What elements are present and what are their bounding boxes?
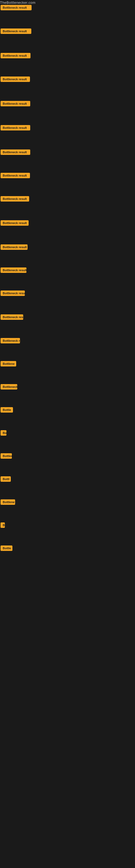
bottleneck-badge-4[interactable]: Bottleneck result: [1, 76, 30, 82]
bottleneck-badge-23[interactable]: B: [1, 522, 5, 528]
bottleneck-badge-8[interactable]: Bottleneck result: [1, 173, 30, 178]
bottleneck-badge-14[interactable]: Bottleneck result: [1, 314, 23, 320]
bottleneck-badge-20[interactable]: Bottler: [1, 453, 12, 459]
bottleneck-badge-7[interactable]: Bottleneck result: [1, 150, 30, 155]
bottleneck-badge-9[interactable]: Bottleneck result: [1, 196, 29, 202]
bottleneck-badge-2[interactable]: Bottleneck result: [1, 29, 31, 34]
bottleneck-badge-21[interactable]: Bottl: [1, 476, 11, 482]
bottleneck-badge-19[interactable]: Bo: [1, 430, 6, 436]
bottleneck-badge-3[interactable]: Bottleneck result: [1, 53, 31, 58]
bottleneck-badge-5[interactable]: Bottleneck result: [1, 101, 30, 106]
bottleneck-badge-6[interactable]: Bottleneck result: [1, 125, 30, 130]
bottleneck-badge-11[interactable]: Bottleneck result: [1, 244, 28, 250]
bottleneck-badge-12[interactable]: Bottleneck result: [1, 268, 27, 273]
results-container: Bottleneck resultBottleneck resultBottle…: [0, 5, 135, 846]
bottleneck-badge-22[interactable]: Bottlene: [1, 499, 15, 505]
bottleneck-badge-16[interactable]: Bottlene: [1, 361, 16, 367]
site-header: TheBottlenecker.com: [0, 0, 135, 5]
bottleneck-badge-1[interactable]: Bottleneck result: [1, 5, 32, 10]
bottleneck-badge-17[interactable]: Bottleneck: [1, 384, 17, 390]
bottleneck-badge-10[interactable]: Bottleneck result: [1, 220, 29, 226]
bottleneck-badge-24[interactable]: Bottle: [1, 546, 12, 551]
bottleneck-badge-18[interactable]: Bottle: [1, 407, 13, 412]
bottleneck-badge-13[interactable]: Bottleneck result: [1, 290, 25, 296]
bottleneck-badge-15[interactable]: Bottleneck re: [1, 338, 20, 343]
